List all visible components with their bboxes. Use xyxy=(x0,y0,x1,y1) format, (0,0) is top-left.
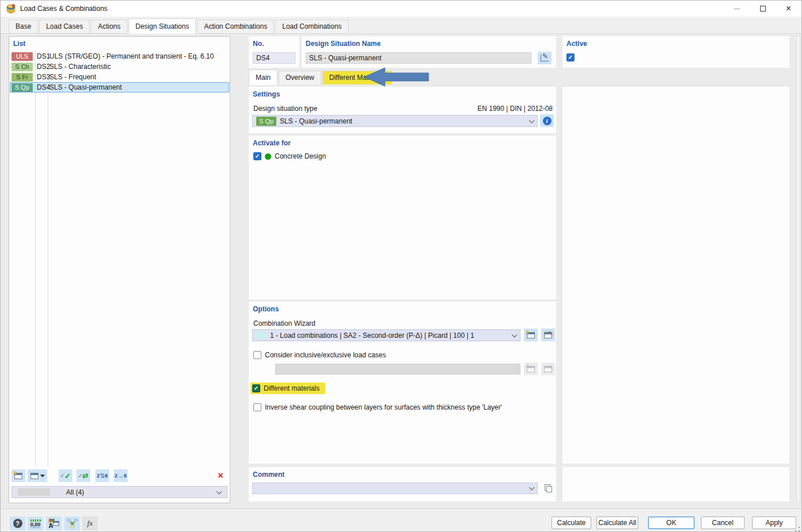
inclusive-exclusive-row[interactable]: Consider inclusive/exclusive load cases xyxy=(253,351,386,359)
concrete-design-row[interactable]: ✓ Concrete Design xyxy=(253,152,326,160)
tab-action-combinations[interactable]: Action Combinations xyxy=(197,20,274,33)
question-icon: ? xyxy=(13,519,22,528)
list-header: List xyxy=(13,40,25,48)
maximize-button[interactable] xyxy=(750,1,776,17)
list-item-ds1[interactable]: ULS DS1 ULS (STR/GEO) - Permanent and tr… xyxy=(10,51,229,61)
pencil-icon: ✎ xyxy=(548,364,553,371)
concrete-design-label: Concrete Design xyxy=(275,152,326,160)
load-cases-combinations-dialog: Load Cases & Combinations × Base Load Ca… xyxy=(0,0,802,532)
active-checkbox[interactable]: ✓ xyxy=(566,53,574,61)
right-arrow-icon: → xyxy=(118,472,124,479)
number-card: No. DS4 xyxy=(249,36,299,68)
invert-selection-button[interactable]: ✓ ⇄ xyxy=(76,469,90,482)
cancel-button[interactable]: Cancel xyxy=(701,516,745,529)
calculate-all-button[interactable]: Calculate All xyxy=(596,516,638,529)
new-combination-wizard-button[interactable]: ★ xyxy=(524,329,538,341)
renumber-sequence-button[interactable]: 2 → 6 xyxy=(114,469,128,482)
column-divider xyxy=(35,51,36,467)
chevron-down-icon xyxy=(512,331,518,337)
copy-design-situation-button[interactable] xyxy=(28,469,47,482)
edit-window-icon: ✎ xyxy=(544,366,552,372)
concrete-design-checkbox[interactable]: ✓ xyxy=(253,152,261,160)
edit-combination-wizard-button[interactable]: ✎ xyxy=(541,329,555,341)
title-bar: Load Cases & Combinations × xyxy=(1,1,801,17)
inclusive-exclusive-checkbox[interactable] xyxy=(253,351,261,359)
tab-actions[interactable]: Actions xyxy=(91,20,127,33)
list-item-ds4-selected[interactable]: S Qp DS4 SLS - Quasi-permanent xyxy=(10,82,229,92)
list-item-number: DS1 xyxy=(33,52,46,60)
star-icon: ★ xyxy=(525,329,530,335)
tab-base[interactable]: Base xyxy=(9,20,38,33)
edit-button-disabled: ✎ xyxy=(541,363,555,375)
formula-button[interactable]: fx xyxy=(82,516,98,530)
name-card: Design Situation Name SLS - Quasi-perman… xyxy=(302,36,556,68)
combination-wizard-label: Combination Wizard xyxy=(253,319,315,327)
app-icon xyxy=(6,3,17,14)
design-situation-type-dropdown[interactable]: S Qp SLS - Quasi-permanent xyxy=(252,115,538,127)
situation-type-badge: S Qp xyxy=(256,117,276,126)
close-button[interactable]: × xyxy=(776,1,801,17)
activate-for-header: Activate for xyxy=(253,139,291,147)
star-icon: ★ xyxy=(525,363,530,369)
list-filter-dropdown[interactable]: All (4) xyxy=(11,486,228,498)
minimize-button[interactable] xyxy=(724,1,750,17)
calculate-button[interactable]: Calculate xyxy=(552,516,591,529)
active-label: Active xyxy=(566,40,587,48)
relationship-diagram-button[interactable] xyxy=(64,516,80,530)
combination-wizard-dropdown[interactable]: 1 - Load combinations | SA2 - Second-ord… xyxy=(252,329,520,341)
decimal-places-button[interactable]: 0,00 xyxy=(28,516,43,530)
list-item-name: SLS - Characteristic xyxy=(46,63,111,71)
tab-main[interactable]: Main xyxy=(249,70,277,85)
design-situations-list-panel: List ULS DS1 ULS (STR/GEO) - Permanent a… xyxy=(9,36,230,503)
swap-arrows-icon: ⇄ xyxy=(83,472,88,480)
delete-design-situation-button[interactable]: × xyxy=(214,469,228,482)
ok-button[interactable]: OK xyxy=(648,516,695,529)
new-window-icon: ★ xyxy=(527,332,535,338)
checkmarks-icon: ✓ xyxy=(60,473,65,478)
situation-type-value: SLS - Quasi-permanent xyxy=(280,117,352,125)
dialog-content: List ULS DS1 ULS (STR/GEO) - Permanent a… xyxy=(1,34,802,508)
preview-panel xyxy=(562,87,789,464)
different-materials-checkbox[interactable]: ✓ xyxy=(252,384,260,392)
no-field[interactable]: DS4 xyxy=(253,52,295,64)
number-6: 6 xyxy=(124,473,127,479)
dropdown-arrow-icon xyxy=(40,475,45,477)
copy-comment-button[interactable] xyxy=(541,482,555,495)
design-situation-name-label: Design Situation Name xyxy=(306,40,381,48)
comment-dropdown[interactable] xyxy=(252,483,538,494)
list-grid[interactable]: ULS DS1 ULS (STR/GEO) - Permanent and tr… xyxy=(10,51,229,467)
no-value: DS4 xyxy=(256,54,269,62)
info-button[interactable]: i xyxy=(540,114,554,127)
tab-overview[interactable]: Overview xyxy=(279,71,321,84)
tab-load-cases[interactable]: Load Cases xyxy=(39,20,90,33)
inverse-shear-checkbox[interactable] xyxy=(253,403,261,411)
new-design-situation-button[interactable]: ★ xyxy=(11,469,25,482)
no-label: No. xyxy=(253,40,264,48)
situation-type-badge: ULS xyxy=(11,52,33,61)
top-tabbar: Base Load Cases Actions Design Situation… xyxy=(1,17,801,34)
comment-section: Comment xyxy=(249,467,556,502)
select-all-button[interactable]: ✓ ✓ xyxy=(59,469,72,482)
new-window-icon: ★ xyxy=(527,366,535,372)
different-materials-row[interactable]: ✓ Different materials xyxy=(250,383,325,394)
design-situation-name-field[interactable]: SLS - Quasi-permanent xyxy=(306,52,531,64)
settings-section: Settings Design situation type EN 1990 |… xyxy=(249,87,556,133)
display-settings-button[interactable]: A xyxy=(46,516,61,530)
design-situation-name-value: SLS - Quasi-permanent xyxy=(309,54,381,62)
tab-design-situations[interactable]: Design Situations xyxy=(129,18,196,34)
preview-footer-panel xyxy=(562,467,789,502)
design-situation-type-label: Design situation type xyxy=(253,105,317,113)
tab-load-combinations[interactable]: Load Combinations xyxy=(275,20,348,33)
list-item-ds2[interactable]: S Ch DS2 SLS - Characteristic xyxy=(10,61,229,72)
number-6: 6 xyxy=(105,473,108,479)
renumber-button[interactable]: 2 ⇅ 6 xyxy=(95,469,109,482)
inverse-shear-row[interactable]: Inverse shear coupling between layers fo… xyxy=(253,403,502,411)
help-button[interactable]: ? xyxy=(10,516,25,530)
resize-grip[interactable] xyxy=(795,526,800,532)
settings-header: Settings xyxy=(253,90,280,98)
list-item-ds3[interactable]: S Fr DS3 SLS - Frequent xyxy=(10,72,229,82)
checkmark-icon: ✓ xyxy=(78,473,83,478)
apply-button[interactable]: Apply xyxy=(752,516,796,529)
rename-button[interactable]: ✎ xyxy=(538,52,552,64)
situation-type-badge: S Qp xyxy=(11,83,33,92)
